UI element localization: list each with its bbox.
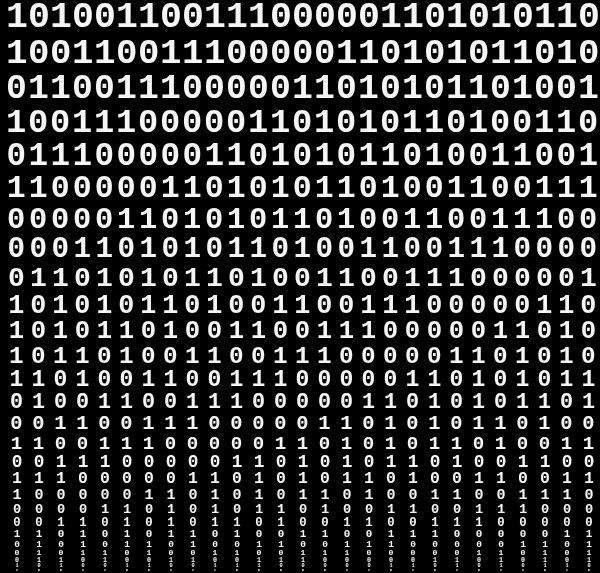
binary-digit: 0 xyxy=(28,517,50,529)
binary-digit: 1 xyxy=(248,265,270,293)
binary-digit: 1 xyxy=(50,319,72,345)
binary-digit: 0 xyxy=(578,107,600,141)
binary-digit: 0 xyxy=(270,319,292,345)
binary-digit: 1 xyxy=(490,435,512,454)
binary-digit: 1 xyxy=(116,319,138,345)
binary-digit: 1 xyxy=(72,345,94,369)
binary-digit: 0 xyxy=(402,488,424,503)
binary-digit: 1 xyxy=(50,414,72,434)
binary-digit: 0 xyxy=(578,319,600,345)
binary-digit: 1 xyxy=(380,0,402,36)
binary-column: 010110010001101010001111001 xyxy=(72,0,94,573)
binary-column: 000111100101100100011010100 xyxy=(270,0,292,573)
binary-digit: 1 xyxy=(248,0,270,36)
binary-digit: 0 xyxy=(314,435,336,454)
binary-digit: 1 xyxy=(446,36,468,72)
binary-digit: 1 xyxy=(380,503,402,517)
binary-digit: 1 xyxy=(270,517,292,529)
binary-digit: 0 xyxy=(314,392,336,414)
binary-digit: 0 xyxy=(28,345,50,369)
binary-digit: 1 xyxy=(94,107,116,141)
binary-digit: 0 xyxy=(292,503,314,517)
binary-digit: 1 xyxy=(314,107,336,141)
binary-digit: 1 xyxy=(578,369,600,392)
binary-digit: 1 xyxy=(358,36,380,72)
binary-digit: 1 xyxy=(204,345,226,369)
binary-digit: 0 xyxy=(446,205,468,235)
binary-digit: 1 xyxy=(72,369,94,392)
binary-digit: 1 xyxy=(226,205,248,235)
binary-digit: 1 xyxy=(204,141,226,174)
binary-digit: 0 xyxy=(72,488,94,503)
binary-digit: 0 xyxy=(402,345,424,369)
binary-digit: 0 xyxy=(182,435,204,454)
binary-digit: 0 xyxy=(6,72,28,107)
binary-digit: 1 xyxy=(138,293,160,320)
binary-digit: 0 xyxy=(512,107,534,141)
binary-digit: 0 xyxy=(446,319,468,345)
binary-digit: 0 xyxy=(358,205,380,235)
binary-digit: 1 xyxy=(50,141,72,174)
binary-digit: 1 xyxy=(468,517,490,529)
binary-digit: 0 xyxy=(292,414,314,434)
binary-digit: 1 xyxy=(138,205,160,235)
binary-digit: 1 xyxy=(578,392,600,414)
binary-digit: 0 xyxy=(380,345,402,369)
binary-digit: 1 xyxy=(6,36,28,72)
binary-digit: 1 xyxy=(116,107,138,141)
binary-digit: 1 xyxy=(446,488,468,503)
binary-digit: 1 xyxy=(556,369,578,392)
binary-digit: 0 xyxy=(402,517,424,529)
binary-digit: 0 xyxy=(270,569,292,573)
binary-digit: 1 xyxy=(468,369,490,392)
binary-digit: 1 xyxy=(72,569,94,573)
binary-digit: 0 xyxy=(534,235,556,264)
binary-digit: 0 xyxy=(380,36,402,72)
binary-digit: 0 xyxy=(6,517,28,529)
binary-digit: 1 xyxy=(160,319,182,345)
binary-digit: 0 xyxy=(6,205,28,235)
binary-digit: 1 xyxy=(270,503,292,517)
binary-digit: 1 xyxy=(446,72,468,107)
binary-digit: 0 xyxy=(160,345,182,369)
binary-digit: 1 xyxy=(270,173,292,205)
binary-digit: 1 xyxy=(424,517,446,529)
binary-digit: 1 xyxy=(94,235,116,264)
binary-digit: 0 xyxy=(556,414,578,434)
binary-digit: 1 xyxy=(160,488,182,503)
binary-digit: 1 xyxy=(28,265,50,293)
binary-digit: 0 xyxy=(160,265,182,293)
binary-digit: 0 xyxy=(556,72,578,107)
binary-digit: 0 xyxy=(138,173,160,205)
binary-digit: 1 xyxy=(292,293,314,320)
binary-digit: 0 xyxy=(6,392,28,414)
binary-digit: 0 xyxy=(138,36,160,72)
binary-digit: 0 xyxy=(28,319,50,345)
binary-digit: 1 xyxy=(336,265,358,293)
binary-digit: 0 xyxy=(50,36,72,72)
binary-digit: 1 xyxy=(270,107,292,141)
binary-digit: 1 xyxy=(204,0,226,36)
binary-digit: 1 xyxy=(6,435,28,454)
binary-digit: 1 xyxy=(138,0,160,36)
binary-digit: 1 xyxy=(72,141,94,174)
binary-digit: 0 xyxy=(424,293,446,320)
binary-digit: 0 xyxy=(468,319,490,345)
binary-digit: 1 xyxy=(578,265,600,293)
binary-digit: 0 xyxy=(556,205,578,235)
binary-digit: 0 xyxy=(336,235,358,264)
binary-digit: 1 xyxy=(160,369,182,392)
binary-digit: 0 xyxy=(270,265,292,293)
binary-digit: 0 xyxy=(578,36,600,72)
binary-digit: 0 xyxy=(578,488,600,503)
binary-digit: 1 xyxy=(182,173,204,205)
binary-digit: 0 xyxy=(446,107,468,141)
binary-digit: 0 xyxy=(204,369,226,392)
binary-digit: 0 xyxy=(28,293,50,320)
binary-digit: 0 xyxy=(512,265,534,293)
binary-digit: 0 xyxy=(94,488,116,503)
binary-digit: 0 xyxy=(468,0,490,36)
binary-digit: 1 xyxy=(138,265,160,293)
binary-digit: 1 xyxy=(380,141,402,174)
binary-digit: 0 xyxy=(116,265,138,293)
